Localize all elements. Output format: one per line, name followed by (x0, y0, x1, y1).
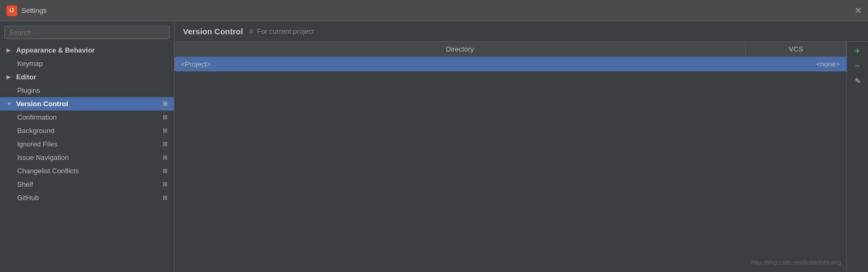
table-cell-vcs: <none> (746, 57, 847, 72)
window-title: Settings (21, 6, 47, 14)
nav-items: ▶ Appearance & Behavior Keymap ▶ Editor … (0, 43, 174, 272)
table-container: Directory VCS <Project> <none> (174, 42, 847, 272)
page-icon: ⊞ (163, 167, 167, 174)
sidebar-item-label: Ignored Files (17, 140, 57, 148)
sidebar-item-confirmation[interactable]: Confirmation ⊞ (0, 111, 174, 124)
sidebar-item-label: Editor (16, 73, 37, 81)
table-cell-directory: <Project> (174, 57, 746, 72)
content-subtitle: ⊟ For current project (247, 27, 314, 35)
sidebar-item-appearance[interactable]: ▶ Appearance & Behavior (0, 43, 174, 57)
sidebar-item-label: Shelf (17, 180, 33, 188)
page-icon: ⊞ (163, 127, 167, 134)
sidebar-item-label: Background (17, 127, 54, 135)
sidebar-item-label: Keymap (17, 60, 43, 68)
page-icon: ⊞ (163, 100, 167, 107)
sidebar-item-issue-navigation[interactable]: Issue Navigation ⊞ (0, 151, 174, 164)
page-icon: ⊞ (163, 181, 167, 188)
sidebar-item-changelist-conflicts[interactable]: Changelist Conflicts ⊞ (0, 164, 174, 178)
right-toolbar: + − ✎ (847, 42, 868, 272)
sidebar-item-shelf[interactable]: Shelf ⊞ (0, 178, 174, 191)
column-header-vcs: VCS (746, 42, 847, 57)
page-icon: ⊞ (163, 194, 167, 201)
page-title: Version Control (183, 27, 243, 36)
page-icon: ⊞ (163, 141, 167, 148)
watermark: http://blog.csdn.net/RobertoHuang (751, 259, 841, 266)
sidebar-item-plugins[interactable]: Plugins (0, 84, 174, 97)
vcs-table: Directory VCS <Project> <none> (174, 42, 847, 72)
sidebar-item-ignored-files[interactable]: Ignored Files ⊞ (0, 137, 174, 151)
sidebar-item-label: Version Control (16, 100, 68, 108)
sidebar-item-label: Appearance & Behavior (16, 46, 95, 54)
sidebar-item-background[interactable]: Background ⊞ (0, 124, 174, 137)
title-bar: IJ Settings ✕ (0, 0, 868, 21)
add-button[interactable]: + (851, 44, 865, 58)
table-header-row: Directory VCS (174, 42, 847, 57)
sidebar-item-label: Issue Navigation (17, 153, 69, 161)
sidebar: ▶ Appearance & Behavior Keymap ▶ Editor … (0, 21, 174, 272)
app-icon: IJ (6, 5, 17, 16)
main-layout: ▶ Appearance & Behavior Keymap ▶ Editor … (0, 21, 868, 272)
title-bar-left: IJ Settings (6, 5, 47, 16)
remove-button[interactable]: − (851, 59, 865, 73)
content-area: Version Control ⊟ For current project Di… (174, 21, 868, 272)
subtitle-text: For current project (257, 27, 314, 35)
column-header-directory: Directory (174, 42, 746, 57)
sidebar-item-editor[interactable]: ▶ Editor (0, 70, 174, 84)
table-row[interactable]: <Project> <none> (174, 57, 847, 72)
sidebar-item-keymap[interactable]: Keymap (0, 57, 174, 70)
table-toolbar-wrapper: Directory VCS <Project> <none> + − (174, 42, 868, 272)
close-button[interactable]: ✕ (855, 6, 862, 15)
sidebar-item-label: Confirmation (17, 113, 57, 121)
sidebar-item-label: GitHub (17, 194, 39, 202)
page-icon: ⊞ (163, 114, 167, 121)
edit-button[interactable]: ✎ (851, 74, 865, 88)
chevron-right-icon: ▶ (6, 74, 13, 80)
sidebar-item-label: Plugins (17, 86, 40, 94)
search-input[interactable] (4, 26, 170, 39)
sidebar-item-github[interactable]: GitHub ⊞ (0, 191, 174, 204)
project-icon: ⊟ (247, 28, 255, 35)
chevron-down-icon: ▼ (6, 101, 13, 107)
page-icon: ⊞ (163, 154, 167, 161)
sidebar-item-version-control[interactable]: ▼ Version Control ⊞ (0, 97, 174, 111)
sidebar-item-label: Changelist Conflicts (17, 167, 79, 175)
content-header: Version Control ⊟ For current project (174, 21, 868, 42)
chevron-right-icon: ▶ (6, 47, 13, 53)
